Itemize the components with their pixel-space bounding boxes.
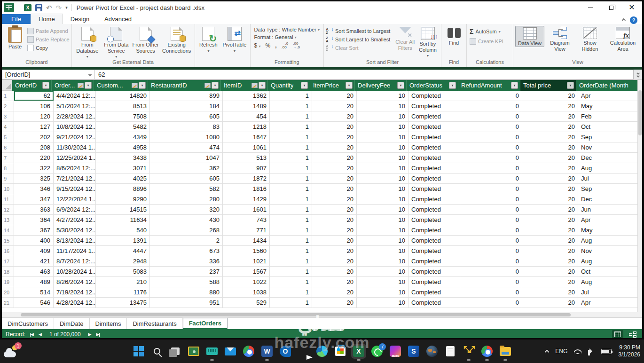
cell[interactable]: Sep: [578, 132, 642, 142]
cell[interactable]: 513: [223, 153, 270, 163]
cell[interactable]: Aug: [578, 256, 642, 266]
cell[interactable]: Completed: [408, 267, 460, 276]
row-number[interactable]: 18: [2, 267, 14, 276]
cell[interactable]: 20: [522, 194, 578, 204]
cell[interactable]: Completed: [408, 132, 460, 142]
cell[interactable]: 1429: [223, 194, 270, 204]
cell[interactable]: 20: [312, 91, 357, 101]
column-header-deliveryfee[interactable]: DeliveryFee▾: [355, 80, 407, 91]
cell[interactable]: 1816: [223, 184, 270, 194]
cell[interactable]: 1391: [96, 236, 150, 245]
cell[interactable]: 0: [460, 225, 522, 235]
taskbar-icon-start[interactable]: [133, 345, 145, 357]
row-number[interactable]: 13: [2, 215, 14, 225]
cell[interactable]: Aug: [578, 277, 642, 287]
restore-button[interactable]: [601, 1, 621, 14]
cell[interactable]: 7508: [96, 111, 150, 121]
cell[interactable]: 1647: [223, 132, 270, 142]
row-number[interactable]: 17: [2, 256, 14, 266]
cell[interactable]: 8/13/2024 12...: [54, 236, 96, 245]
cell[interactable]: 210: [96, 277, 150, 287]
cell[interactable]: 20: [522, 287, 578, 297]
existing-connections-button[interactable]: Existing Connections: [161, 26, 193, 54]
column-header-itemid[interactable]: ItemID▾: [221, 80, 268, 91]
cell[interactable]: 3071: [96, 163, 150, 173]
cell[interactable]: 8513: [96, 101, 150, 111]
cell[interactable]: 1: [270, 205, 312, 214]
cell[interactable]: 4025: [96, 174, 150, 183]
cell[interactable]: 20: [522, 142, 578, 152]
taskbar-icon-outlook[interactable]: O: [279, 345, 291, 357]
cell[interactable]: 409: [14, 246, 54, 256]
cell[interactable]: 1601: [223, 205, 270, 214]
cell[interactable]: 605: [150, 174, 223, 183]
copy-button[interactable]: Copy: [27, 45, 70, 51]
tab-design[interactable]: Design: [63, 14, 97, 24]
cell[interactable]: 4/4/2024 12:...: [54, 91, 96, 101]
cell[interactable]: 20: [312, 287, 357, 297]
language-indicator[interactable]: ENG: [555, 348, 567, 355]
cell[interactable]: Sep: [578, 184, 642, 194]
cell[interactable]: 540: [96, 225, 150, 235]
percent-format-button[interactable]: %: [266, 42, 271, 49]
cell[interactable]: Completed: [408, 91, 460, 101]
cell[interactable]: 0: [460, 298, 522, 308]
calculation-area-button[interactable]: Calculation Area: [605, 26, 640, 52]
cell[interactable]: Completed: [408, 287, 460, 297]
cell[interactable]: 10: [357, 111, 408, 121]
vertical-scrollbar[interactable]: [637, 80, 642, 312]
status-diagram-view-button[interactable]: [627, 330, 638, 338]
taskbar-icon-google-classroom[interactable]: [188, 345, 200, 357]
taskbar-icon-word[interactable]: W: [261, 345, 273, 357]
tab-home[interactable]: Home: [31, 14, 63, 24]
cell[interactable]: 20: [522, 91, 578, 101]
filter-dropdown-icon[interactable]: ▾: [212, 82, 219, 89]
cell[interactable]: 7/21/2024 12...: [54, 174, 96, 183]
cell[interactable]: 5/30/2024 12...: [54, 225, 96, 235]
cell[interactable]: Oct: [578, 267, 642, 276]
cell[interactable]: 0: [460, 91, 522, 101]
cell[interactable]: 1: [270, 153, 312, 163]
cell[interactable]: 4/27/2024 12...: [54, 215, 96, 225]
cell[interactable]: Completed: [408, 277, 460, 287]
cell[interactable]: 20: [312, 256, 357, 266]
cell[interactable]: 347: [14, 194, 54, 204]
cell[interactable]: 588: [150, 277, 223, 287]
cell[interactable]: 400: [14, 236, 54, 245]
row-number[interactable]: 2: [2, 101, 14, 111]
cell[interactable]: Completed: [408, 153, 460, 163]
row-number[interactable]: 21: [2, 298, 14, 308]
sheet-tab-dimrestaurants[interactable]: DimRestaurants: [127, 318, 182, 329]
horizontal-scrollbar[interactable]: [2, 312, 642, 317]
cell[interactable]: 14515: [96, 205, 150, 214]
cell[interactable]: 1434: [223, 236, 270, 245]
column-header-orderdate-month[interactable]: OrderDate (Month: [576, 80, 642, 91]
row-number[interactable]: 5: [2, 132, 14, 142]
cell[interactable]: 220: [14, 153, 54, 163]
cell[interactable]: 9/21/2024 12...: [54, 132, 96, 142]
clear-sort-button[interactable]: AZClear Sort: [326, 45, 394, 51]
select-all-corner[interactable]: [2, 80, 12, 91]
column-header-total-price[interactable]: Total price▾: [520, 80, 576, 91]
cell[interactable]: 106: [14, 101, 54, 111]
sheet-tab-dimcustomers[interactable]: DimCustomers: [2, 318, 54, 329]
first-record-button[interactable]: ◀: [30, 332, 34, 337]
status-data-view-button[interactable]: [612, 330, 623, 338]
cell[interactable]: 20: [522, 225, 578, 235]
column-header-orderstatus[interactable]: OrderStatus▾: [407, 80, 458, 91]
cell[interactable]: 514: [14, 287, 54, 297]
cell[interactable]: 367: [14, 225, 54, 235]
currency-format-button[interactable]: $ ▾: [254, 42, 261, 49]
filter-dropdown-icon[interactable]: ▾: [259, 82, 266, 89]
cell[interactable]: 0: [460, 246, 522, 256]
thousands-format-button[interactable]: ,: [275, 42, 276, 49]
cell[interactable]: 20: [312, 277, 357, 287]
row-number[interactable]: 11: [2, 194, 14, 204]
cell[interactable]: 10: [357, 215, 408, 225]
cell[interactable]: 0: [460, 215, 522, 225]
cell[interactable]: 20: [522, 277, 578, 287]
cell[interactable]: 0: [460, 132, 522, 142]
cell[interactable]: 8/7/2024 12:...: [54, 256, 96, 266]
cell[interactable]: 346: [14, 184, 54, 194]
cell[interactable]: Nov: [578, 142, 642, 152]
